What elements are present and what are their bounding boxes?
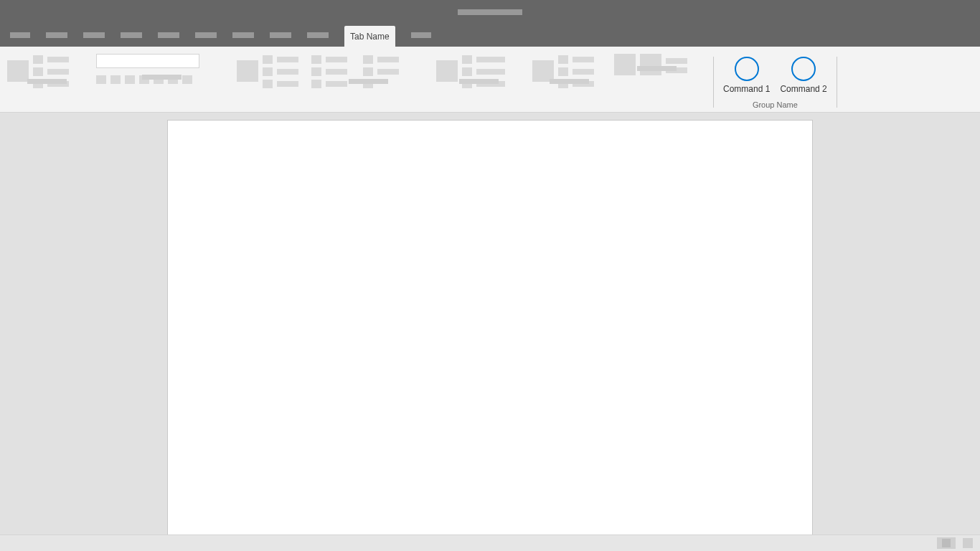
ribbon-custom-group: Command 1 Command 2 Group Name (713, 52, 837, 112)
placeholder-icon[interactable] (277, 57, 298, 62)
tab-placeholder-7[interactable] (232, 32, 254, 38)
view-icon (942, 539, 951, 547)
tab-placeholder-3[interactable] (83, 32, 105, 38)
placeholder-icon[interactable] (311, 80, 321, 88)
document-page[interactable] (167, 120, 813, 534)
tab-active[interactable]: Tab Name (344, 26, 395, 47)
placeholder-icon[interactable] (182, 75, 192, 84)
tab-placeholder-6[interactable] (195, 32, 217, 38)
placeholder-icon[interactable] (110, 75, 121, 84)
command-2-icon (791, 57, 816, 81)
placeholder-icon[interactable] (558, 55, 568, 64)
tab-placeholder-8[interactable] (270, 32, 291, 38)
placeholder-icon[interactable] (277, 81, 298, 87)
titlebar (0, 0, 980, 24)
placeholder-icon[interactable] (311, 67, 321, 76)
document-workspace[interactable] (0, 113, 980, 534)
placeholder-icon[interactable] (237, 60, 258, 82)
placeholder-icon[interactable] (614, 54, 636, 75)
view-button-2[interactable] (963, 538, 973, 548)
ribbon-tabstrip: Tab Name (0, 24, 980, 47)
ribbon-group-placeholder-6 (532, 52, 604, 88)
placeholder-icon[interactable] (311, 55, 321, 64)
ribbon: Command 1 Command 2 Group Name (0, 47, 980, 113)
group-label-placeholder (27, 79, 67, 84)
placeholder-icon[interactable] (33, 67, 43, 76)
placeholder-icon[interactable] (666, 58, 687, 64)
placeholder-icon[interactable] (326, 69, 347, 75)
placeholder-icon[interactable] (476, 69, 505, 75)
placeholder-icon[interactable] (7, 60, 29, 82)
ribbon-group-placeholder-2 (96, 52, 227, 84)
group-label-placeholder (550, 79, 589, 84)
placeholder-icon[interactable] (462, 67, 472, 76)
ribbon-group-placeholder-1 (7, 52, 86, 88)
group-label-placeholder (349, 79, 388, 84)
placeholder-icon[interactable] (263, 80, 273, 88)
group-label-placeholder (637, 66, 677, 71)
placeholder-icon[interactable] (640, 54, 661, 75)
placeholder-icon[interactable] (558, 67, 568, 76)
tab-placeholder-9[interactable] (307, 32, 329, 38)
ribbon-group-placeholder-5 (436, 52, 522, 88)
placeholder-icon[interactable] (326, 57, 347, 62)
view-button-1[interactable] (937, 537, 956, 549)
tab-placeholder-1[interactable] (10, 32, 30, 38)
group-label-placeholder (142, 75, 182, 80)
placeholder-icon[interactable] (363, 67, 373, 76)
app-title-placeholder (458, 9, 522, 15)
group-label-placeholder (459, 79, 499, 84)
font-combo-placeholder[interactable] (96, 54, 199, 68)
ribbon-group-placeholder-4 (311, 52, 426, 88)
placeholder-icon[interactable] (377, 57, 399, 62)
tab-active-label: Tab Name (350, 32, 390, 42)
placeholder-icon[interactable] (573, 57, 594, 62)
placeholder-icon[interactable] (573, 69, 594, 75)
command-2-label: Command 2 (780, 84, 826, 94)
placeholder-icon[interactable] (277, 69, 298, 75)
custom-group-name: Group Name (753, 100, 798, 112)
placeholder-icon[interactable] (263, 55, 273, 64)
placeholder-icon[interactable] (125, 75, 135, 84)
placeholder-icon[interactable] (326, 81, 347, 87)
tab-placeholder-10[interactable] (411, 32, 431, 38)
command-1-button[interactable]: Command 1 (722, 57, 771, 94)
ribbon-content: Command 1 Command 2 Group Name (0, 47, 844, 112)
placeholder-icon[interactable] (462, 55, 472, 64)
placeholder-icon[interactable] (33, 55, 43, 64)
placeholder-icon[interactable] (377, 69, 399, 75)
placeholder-icon[interactable] (96, 75, 106, 84)
tab-placeholder-2[interactable] (46, 32, 67, 38)
placeholder-icon[interactable] (476, 57, 505, 62)
ribbon-group-placeholder-3 (237, 52, 301, 88)
command-1-label: Command 1 (723, 84, 770, 94)
tab-placeholder-4[interactable] (121, 32, 142, 38)
placeholder-icon[interactable] (263, 67, 273, 76)
tab-placeholder-5[interactable] (158, 32, 179, 38)
ribbon-group-placeholder-7 (614, 52, 700, 75)
placeholder-icon[interactable] (363, 55, 373, 64)
command-2-button[interactable]: Command 2 (778, 57, 828, 94)
placeholder-icon[interactable] (47, 57, 69, 62)
placeholder-icon[interactable] (436, 60, 458, 82)
placeholder-icon[interactable] (47, 69, 69, 75)
statusbar (0, 534, 980, 551)
command-1-icon (735, 57, 759, 81)
